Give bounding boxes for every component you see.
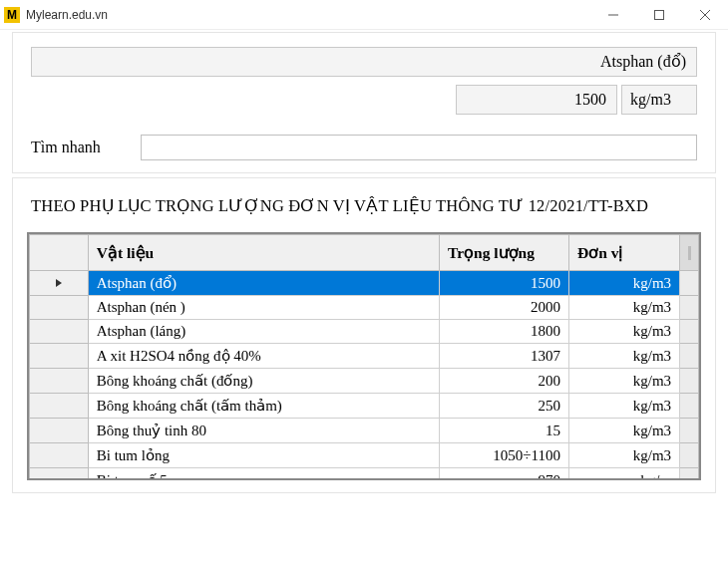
cell-unit[interactable]: kg/m3 bbox=[568, 419, 679, 443]
svg-rect-1 bbox=[655, 10, 664, 19]
row-selector[interactable] bbox=[30, 344, 89, 369]
cell-material[interactable]: A xit H2SO4 nồng độ 40% bbox=[88, 344, 439, 369]
current-row-marker-icon bbox=[56, 279, 62, 287]
cell-material[interactable]: Bi tum lỏng bbox=[88, 443, 439, 468]
scrollbar-track[interactable] bbox=[680, 271, 699, 296]
scrollbar-track[interactable] bbox=[680, 468, 699, 481]
scrollbar-header[interactable] bbox=[680, 235, 699, 271]
cell-weight[interactable]: 2000 bbox=[439, 296, 568, 320]
cell-unit[interactable]: kg/m3 bbox=[568, 320, 679, 344]
row-selector[interactable] bbox=[30, 468, 89, 481]
close-button[interactable] bbox=[682, 0, 728, 30]
table-row[interactable]: Atsphan (láng)1800kg/m3 bbox=[30, 320, 699, 344]
cell-weight[interactable]: 1800 bbox=[439, 320, 568, 344]
table-row[interactable]: Bông khoáng chất (đống)200kg/m3 bbox=[30, 369, 699, 394]
cell-material[interactable]: Bi tum số 5 bbox=[88, 468, 439, 481]
cell-weight[interactable]: 1050÷1100 bbox=[439, 443, 568, 468]
table-row[interactable]: A xit H2SO4 nồng độ 40%1307kg/m3 bbox=[30, 344, 699, 369]
col-header-weight[interactable]: Trọng lượng bbox=[439, 235, 568, 271]
cell-weight[interactable]: 15 bbox=[439, 419, 568, 443]
app-icon: M bbox=[4, 7, 20, 23]
row-selector[interactable] bbox=[30, 419, 89, 443]
cell-material[interactable]: Atsphan (láng) bbox=[88, 320, 439, 344]
table-row[interactable]: Bông thuỷ tinh 8015kg/m3 bbox=[30, 419, 699, 443]
row-selector[interactable] bbox=[30, 296, 89, 320]
cell-unit[interactable]: kg/m3 bbox=[568, 394, 679, 419]
cell-material[interactable]: Bông khoáng chất (đống) bbox=[88, 369, 439, 394]
cell-material[interactable]: Atsphan (đổ) bbox=[88, 271, 439, 296]
selected-material-name[interactable]: Atsphan (đổ) bbox=[31, 47, 697, 77]
quick-search-label: Tìm nhanh bbox=[31, 139, 141, 156]
row-selector[interactable] bbox=[30, 369, 89, 394]
scrollbar-track[interactable] bbox=[680, 320, 699, 344]
detail-box: Atsphan (đổ) 1500 kg/m3 Tìm nhanh bbox=[12, 32, 716, 173]
quick-search-input[interactable] bbox=[141, 135, 697, 160]
cell-unit[interactable]: kg/m3 bbox=[568, 271, 679, 296]
selected-unit[interactable]: kg/m3 bbox=[621, 85, 697, 115]
col-header-unit[interactable]: Đơn vị bbox=[568, 235, 679, 271]
grid-container: Vật liệu Trọng lượng Đơn vị Atsphan (đổ)… bbox=[27, 232, 701, 480]
col-header-rowselector[interactable] bbox=[30, 235, 89, 271]
cell-material[interactable]: Bông thuỷ tinh 80 bbox=[88, 419, 439, 443]
scrollbar-track[interactable] bbox=[680, 419, 699, 443]
minimize-button[interactable] bbox=[590, 0, 636, 30]
window-title: Mylearn.edu.vn bbox=[26, 8, 108, 22]
cell-weight[interactable]: 970 bbox=[439, 468, 568, 481]
table-row[interactable]: Bông khoáng chất (tấm thảm)250kg/m3 bbox=[30, 394, 699, 419]
cell-material[interactable]: Atsphan (nén ) bbox=[88, 296, 439, 320]
cell-unit[interactable]: kg/m3 bbox=[568, 369, 679, 394]
cell-unit[interactable]: kg/m3 bbox=[568, 296, 679, 320]
grid-header-row: Vật liệu Trọng lượng Đơn vị bbox=[30, 235, 699, 271]
table-row[interactable]: Bi tum số 5970kg/m bbox=[30, 468, 699, 481]
titlebar: M Mylearn.edu.vn bbox=[0, 0, 728, 30]
cell-unit[interactable]: kg/m3 bbox=[568, 443, 679, 468]
table-row[interactable]: Bi tum lỏng1050÷1100kg/m3 bbox=[30, 443, 699, 468]
row-selector[interactable] bbox=[30, 271, 89, 296]
cell-unit[interactable]: kg/m bbox=[568, 468, 679, 481]
row-selector[interactable] bbox=[30, 320, 89, 344]
maximize-button[interactable] bbox=[636, 0, 682, 30]
scrollbar-track[interactable] bbox=[680, 394, 699, 419]
scrollbar-track[interactable] bbox=[680, 344, 699, 369]
cell-weight[interactable]: 1307 bbox=[439, 344, 568, 369]
row-selector[interactable] bbox=[30, 394, 89, 419]
scrollbar-track[interactable] bbox=[680, 296, 699, 320]
cell-material[interactable]: Bông khoáng chất (tấm thảm) bbox=[88, 394, 439, 419]
cell-weight[interactable]: 1500 bbox=[439, 271, 568, 296]
scrollbar-track[interactable] bbox=[680, 369, 699, 394]
cell-weight[interactable]: 250 bbox=[439, 394, 568, 419]
materials-grid[interactable]: Vật liệu Trọng lượng Đơn vị Atsphan (đổ)… bbox=[29, 234, 699, 480]
table-row[interactable]: Atsphan (đổ)1500kg/m3 bbox=[30, 271, 699, 296]
table-row[interactable]: Atsphan (nén )2000kg/m3 bbox=[30, 296, 699, 320]
selected-weight-value[interactable]: 1500 bbox=[456, 85, 617, 115]
cell-unit[interactable]: kg/m3 bbox=[568, 344, 679, 369]
cell-weight[interactable]: 200 bbox=[439, 369, 568, 394]
row-selector[interactable] bbox=[30, 443, 89, 468]
section-heading: THEO PHỤ LỤC TRỌNG LƯỢNG ĐƠN VỊ VẬT LIỆU… bbox=[21, 188, 707, 232]
col-header-material[interactable]: Vật liệu bbox=[88, 235, 439, 271]
scrollbar-track[interactable] bbox=[680, 443, 699, 468]
grid-section: THEO PHỤ LỤC TRỌNG LƯỢNG ĐƠN VỊ VẬT LIỆU… bbox=[12, 177, 716, 493]
